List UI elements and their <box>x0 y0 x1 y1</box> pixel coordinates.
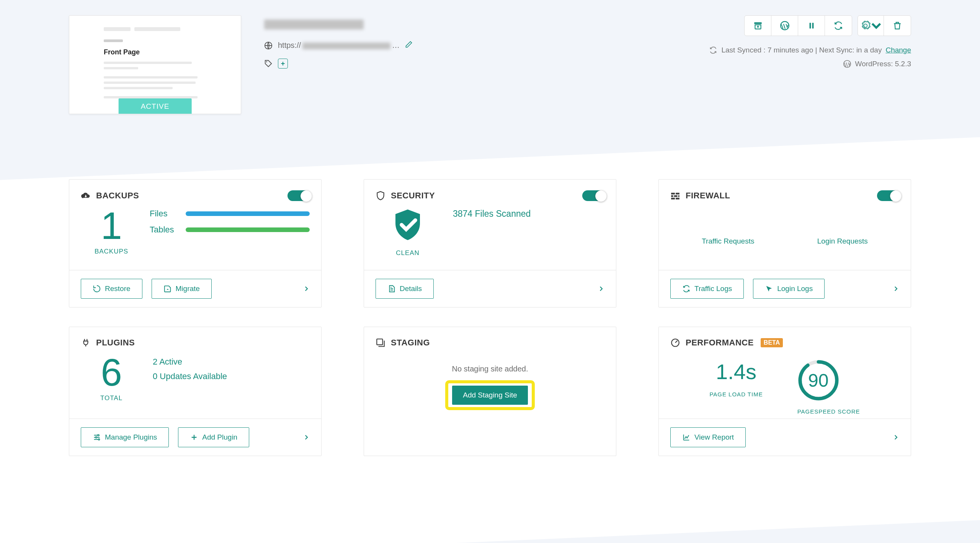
plugins-expand[interactable] <box>303 431 310 443</box>
migrate-button[interactable]: Migrate <box>152 279 212 299</box>
security-expand[interactable] <box>598 283 604 295</box>
card-firewall: FIREWALL Traffic Requests Login Requests… <box>658 179 911 307</box>
migrate-icon <box>163 285 172 293</box>
backups-expand[interactable] <box>303 283 310 295</box>
cloud-icon <box>81 191 91 201</box>
svg-rect-12 <box>671 198 675 199</box>
beta-badge: BETA <box>761 338 783 347</box>
svg-rect-8 <box>676 193 679 194</box>
sync-status-icon <box>709 46 717 54</box>
restore-button[interactable]: Restore <box>81 279 142 299</box>
files-label: Files <box>150 209 176 219</box>
shield-small-icon <box>376 191 385 201</box>
firewall-title: FIREWALL <box>686 191 730 201</box>
archive-button[interactable] <box>745 16 771 36</box>
pagespeed-label: PAGESPEED SCORE <box>797 408 860 415</box>
pagespeed-gauge: 90 <box>797 359 840 401</box>
svg-rect-9 <box>671 195 673 197</box>
plugins-sublabel: TOTAL <box>88 394 134 402</box>
card-plugins: PLUGINS 6 TOTAL 2 Active 0 Updates Avail… <box>69 327 322 456</box>
plus-icon <box>190 433 198 442</box>
sync-button[interactable] <box>825 16 852 36</box>
gauge-icon <box>670 338 680 348</box>
site-thumbnail[interactable]: Front Page ACTIVE <box>69 15 241 114</box>
pause-button[interactable] <box>798 16 825 36</box>
site-title <box>264 19 686 32</box>
security-details-button[interactable]: Details <box>376 279 434 299</box>
page-load-label: PAGE LOAD TIME <box>709 391 763 397</box>
svg-rect-2 <box>754 22 762 24</box>
tables-bar <box>186 227 310 232</box>
last-synced-text: Last Synced : 7 minutes ago | Next Sync:… <box>721 46 882 54</box>
page-load-time: 1.4s <box>709 359 763 384</box>
svg-rect-11 <box>678 195 679 197</box>
add-tag-button[interactable]: + <box>278 59 288 69</box>
security-title: SECURITY <box>391 191 435 201</box>
settings-button[interactable] <box>858 16 884 36</box>
staging-message: No staging site added. <box>376 365 604 373</box>
layers-icon <box>376 338 385 348</box>
security-toggle[interactable] <box>582 190 604 201</box>
svg-point-15 <box>95 437 97 438</box>
pagespeed-score: 90 <box>797 359 840 401</box>
restore-icon <box>93 285 101 293</box>
site-url: https://… <box>278 41 400 50</box>
svg-point-14 <box>98 435 99 436</box>
cursor-icon <box>765 285 773 293</box>
svg-rect-5 <box>812 23 813 28</box>
refresh-icon <box>682 285 691 293</box>
add-plugin-button[interactable]: Add Plugin <box>178 427 249 447</box>
backups-count: 1 <box>88 206 134 245</box>
tables-label: Tables <box>150 225 176 235</box>
backups-toggle[interactable] <box>287 190 310 201</box>
backups-title: BACKUPS <box>96 191 139 201</box>
svg-rect-4 <box>809 23 811 28</box>
status-badge: ACTIVE <box>119 98 192 114</box>
add-staging-button[interactable]: Add Staging Site <box>452 386 528 405</box>
thumbnail-heading: Front Page <box>104 48 206 56</box>
login-requests-label: Login Requests <box>817 237 868 245</box>
firewall-icon <box>670 191 680 201</box>
globe-icon <box>264 41 273 50</box>
highlight-frame: Add Staging Site <box>445 380 535 410</box>
details-icon <box>387 285 396 293</box>
plug-icon <box>81 338 91 348</box>
change-sync-link[interactable]: Change <box>885 46 911 54</box>
traffic-requests-label: Traffic Requests <box>702 237 754 245</box>
performance-title: PERFORMANCE <box>686 338 754 348</box>
plugins-title: PLUGINS <box>96 338 135 348</box>
view-report-button[interactable]: View Report <box>670 427 746 447</box>
tag-icon <box>264 59 273 68</box>
card-backups: BACKUPS 1 BACKUPS Files Tables <box>69 179 322 307</box>
site-header: Front Page ACTIVE https:// <box>69 15 911 114</box>
wordpress-icon <box>843 60 851 68</box>
edit-url-icon[interactable] <box>405 41 413 50</box>
card-performance: PERFORMANCE BETA 1.4s PAGE LOAD TIME <box>658 327 911 456</box>
svg-rect-13 <box>676 198 679 199</box>
wordpress-button[interactable] <box>771 16 798 36</box>
svg-rect-7 <box>671 193 675 194</box>
files-bar <box>186 211 310 216</box>
firewall-toggle[interactable] <box>877 190 899 201</box>
delete-button[interactable] <box>884 16 911 36</box>
card-security: SECURITY CLEAN 3874 Files Scanned <box>364 179 616 307</box>
staging-title: STAGING <box>391 338 430 348</box>
chart-icon <box>682 433 691 442</box>
performance-expand[interactable] <box>892 431 899 443</box>
security-summary: 3874 Files Scanned <box>453 209 531 219</box>
plugins-count: 6 <box>88 353 134 391</box>
sliders-icon <box>93 433 101 442</box>
svg-rect-10 <box>674 195 678 197</box>
svg-point-1 <box>266 61 267 62</box>
plugins-active: 2 Active <box>153 357 227 367</box>
security-status: CLEAN <box>385 249 431 257</box>
login-logs-button[interactable]: Login Logs <box>753 279 825 299</box>
card-staging: STAGING No staging site added. Add Stagi… <box>364 327 616 456</box>
manage-plugins-button[interactable]: Manage Plugins <box>81 427 169 447</box>
traffic-logs-button[interactable]: Traffic Logs <box>670 279 744 299</box>
firewall-expand[interactable] <box>892 283 899 295</box>
shield-check-icon <box>389 206 426 243</box>
svg-point-16 <box>98 439 100 440</box>
plugins-updates: 0 Updates Available <box>153 371 227 381</box>
wordpress-version: WordPress: 5.2.3 <box>855 60 911 68</box>
